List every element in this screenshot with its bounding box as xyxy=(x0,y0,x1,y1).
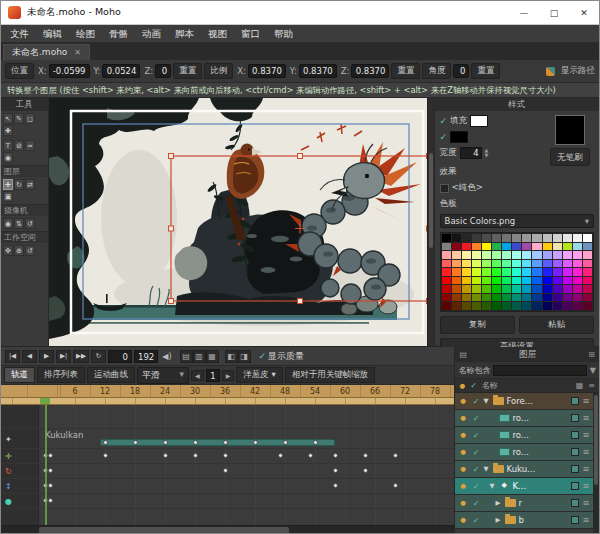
layer-checkbox[interactable]: ✓ xyxy=(470,431,481,440)
no-brush-button[interactable]: 无笔刷 xyxy=(550,148,590,166)
menu-item[interactable]: 动画 xyxy=(135,25,168,43)
layer-row[interactable]: ● ✓ ▶ r ≡ xyxy=(455,495,593,512)
palette-swatch[interactable] xyxy=(442,302,451,310)
palette-swatch[interactable] xyxy=(573,251,582,259)
interpolation-dropdown[interactable]: 平滑 ▾ xyxy=(137,367,189,384)
palette-swatch[interactable] xyxy=(512,294,521,302)
palette-swatch[interactable] xyxy=(442,251,451,259)
palette-swatch[interactable] xyxy=(502,277,511,285)
palette-swatch[interactable] xyxy=(452,302,461,310)
expand-arrow[interactable]: ▼ xyxy=(483,465,491,473)
pan-workspace-tool[interactable]: ✜ xyxy=(3,245,13,256)
expand-arrow[interactable]: ▶ xyxy=(495,516,503,524)
layer-row[interactable]: ● ✓ ▼ Fore... ≡ xyxy=(455,393,593,410)
palette-swatch[interactable] xyxy=(512,251,521,259)
palette-swatch[interactable] xyxy=(553,234,562,242)
layer-color-chip[interactable] xyxy=(571,482,579,490)
position-y-field[interactable]: 0.0524 xyxy=(102,64,140,78)
brush-preview-well[interactable] xyxy=(555,115,585,145)
palette-swatch[interactable] xyxy=(452,285,461,293)
palette-swatch[interactable] xyxy=(573,294,582,302)
palette-swatch[interactable] xyxy=(563,302,572,310)
layer-checkbox[interactable]: ✓ xyxy=(470,465,481,474)
palette-swatch[interactable] xyxy=(492,285,501,293)
layer-color-chip[interactable] xyxy=(571,448,579,456)
layer-color-chip[interactable] xyxy=(571,397,579,405)
palette-swatch[interactable] xyxy=(482,251,491,259)
palette-swatch[interactable] xyxy=(442,285,451,293)
palette-swatch[interactable] xyxy=(492,302,501,310)
panel-menu-icon[interactable]: ▤ xyxy=(459,350,467,359)
quality-checkbox[interactable]: ✓ xyxy=(259,351,267,361)
palette-swatch[interactable] xyxy=(532,243,541,251)
layer-color-chip[interactable] xyxy=(571,516,579,524)
layer-row[interactable]: ● ✓ ▶ b ≡ xyxy=(455,512,593,529)
effect-checkbox[interactable] xyxy=(440,184,449,193)
palette-swatch[interactable] xyxy=(532,260,541,268)
palette-swatch[interactable] xyxy=(442,294,451,302)
palette-swatch[interactable] xyxy=(492,251,501,259)
palette-swatch[interactable] xyxy=(583,234,592,242)
palette-swatch[interactable] xyxy=(553,285,562,293)
palette-swatch[interactable] xyxy=(512,234,521,242)
palette-swatch[interactable] xyxy=(472,251,481,259)
palette-swatch[interactable] xyxy=(472,277,481,285)
palette-swatch[interactable] xyxy=(502,268,511,276)
jump-to-start-button[interactable]: |◀ xyxy=(5,350,20,363)
end-frame-field[interactable]: 192 xyxy=(134,350,158,363)
scale-y-field[interactable]: 0.8370 xyxy=(299,64,337,78)
palette-swatch[interactable] xyxy=(543,234,552,242)
palette-swatch[interactable] xyxy=(482,285,491,293)
layer-checkbox[interactable]: ✓ xyxy=(470,448,481,457)
keyframe-dot[interactable] xyxy=(223,453,228,458)
palette-swatch[interactable] xyxy=(553,243,562,251)
interval-decrement[interactable]: ◀ xyxy=(191,370,204,381)
palette-swatch[interactable] xyxy=(482,302,491,310)
palette-swatch[interactable] xyxy=(553,277,562,285)
effect-value[interactable]: <纯色> xyxy=(452,182,483,194)
layer-selector-tool[interactable]: ▣ xyxy=(3,191,13,202)
palette-swatch[interactable] xyxy=(482,260,491,268)
palette-swatch[interactable] xyxy=(563,277,572,285)
copy-style-button[interactable]: 复制 xyxy=(440,316,515,334)
keyframe-dot[interactable] xyxy=(103,453,108,458)
palette-swatch[interactable] xyxy=(492,277,501,285)
timeline-view-toggle-3[interactable]: ▦ xyxy=(206,350,219,363)
close-button[interactable]: ✕ xyxy=(569,1,599,25)
interval-field[interactable]: 1 xyxy=(206,369,220,382)
timeline-track-row[interactable] xyxy=(1,405,454,429)
palette-swatch[interactable] xyxy=(512,285,521,293)
curvature-tool[interactable]: ≈ xyxy=(25,140,35,151)
layer-menu-icon[interactable]: ≡ xyxy=(581,430,591,440)
timeline-view-toggle-2[interactable]: ▥ xyxy=(193,350,206,363)
keyframe-dot[interactable] xyxy=(103,440,108,445)
maximize-button[interactable]: □ xyxy=(539,1,569,25)
palette-swatch[interactable] xyxy=(442,243,451,251)
layer-menu-icon[interactable]: ≡ xyxy=(581,447,591,457)
palette-swatch[interactable] xyxy=(563,294,572,302)
timeline-track-row[interactable]: ↻ xyxy=(1,464,454,479)
expand-arrow[interactable]: ▼ xyxy=(489,482,497,490)
palette-swatch[interactable] xyxy=(462,234,471,242)
keyframe-dot[interactable] xyxy=(48,468,53,473)
palette-swatch[interactable] xyxy=(512,260,521,268)
palette-swatch[interactable] xyxy=(502,251,511,259)
palette-swatch[interactable] xyxy=(462,294,471,302)
visibility-icon[interactable]: ● xyxy=(457,516,468,524)
timeline-track-row[interactable]: ✦Kukulkan xyxy=(1,429,454,449)
palette-swatch[interactable] xyxy=(543,302,552,310)
interval-increment[interactable]: ▶ xyxy=(222,370,235,381)
keyframe-dot[interactable] xyxy=(283,440,288,445)
keyframe-dot[interactable] xyxy=(48,483,53,488)
layer-menu-icon[interactable]: ≡ xyxy=(581,464,591,474)
visibility-icon[interactable]: ● xyxy=(457,482,468,490)
canvas[interactable] xyxy=(49,98,434,346)
layer-row[interactable]: ● ✓ ro... ≡ xyxy=(455,444,593,461)
stroke-checkbox[interactable]: ✓ xyxy=(440,132,448,142)
palette-swatch[interactable] xyxy=(512,243,521,251)
keyframe-dot[interactable] xyxy=(48,498,53,503)
relative-keyframe-scale-button[interactable]: 相对于用关键帧缩放 xyxy=(285,367,376,383)
palette-swatch[interactable] xyxy=(502,294,511,302)
menu-item[interactable]: 文件 xyxy=(3,25,36,43)
layer-row[interactable]: ● ✓ ro... ≡ xyxy=(455,410,593,427)
